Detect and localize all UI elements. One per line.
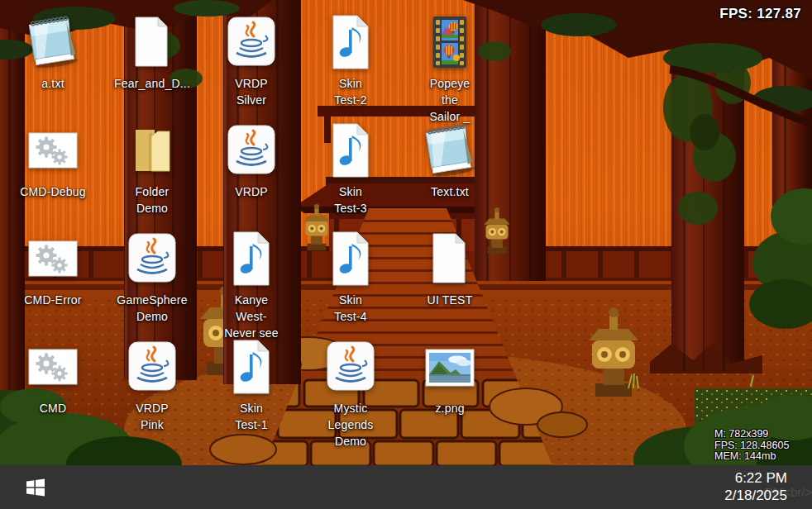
icon-label: CMD-Debug (5, 183, 101, 200)
java-icon (303, 336, 399, 397)
icon-label-line: Silver (203, 92, 299, 108)
start-button[interactable] (12, 465, 60, 509)
icon-label-line: Folder (104, 183, 200, 200)
icon-label: a.txt (5, 75, 101, 92)
icon-label-line: Mystic (303, 400, 399, 416)
desktop-icon-gamesphere-demo[interactable]: GameSphereDemo (104, 228, 200, 325)
desktop-icon-ui-test[interactable]: UI TEST (402, 228, 498, 308)
desktop-icon-skin-test-1[interactable]: SkinTest-1 (203, 336, 299, 433)
icon-label-line: the (402, 92, 498, 108)
icon-label: SkinTest-1 (203, 400, 299, 433)
clock-date: 2/18/2025 (724, 487, 787, 504)
java-icon (104, 336, 200, 397)
icon-label-line: VRDP (203, 75, 299, 92)
document-icon (104, 12, 200, 73)
icon-label: GameSphereDemo (104, 292, 200, 325)
debug-resolution: M: 782x399 (714, 429, 789, 440)
clock-time: 6:22 PM (724, 469, 787, 487)
desktop-icon-fear-and-d[interactable]: Fear_and_D... (104, 12, 200, 92)
icon-label: VRDP (203, 183, 299, 200)
desktop-icon-popeye-the-sailor[interactable]: PopeyetheSailor _ (402, 12, 498, 125)
java-icon (203, 120, 299, 181)
desktop-icon-text-txt[interactable]: Text.txt (402, 120, 498, 200)
desktop-icon-skin-test-3[interactable]: SkinTest-3 (303, 120, 399, 216)
icon-label-line: Test-1 (203, 416, 299, 433)
film-icon (402, 12, 498, 73)
icon-label: CMD-Error (5, 292, 101, 308)
desktop-icon-skin-test-2[interactable]: SkinTest-2 (303, 12, 399, 108)
icon-label: VRDPPink (104, 400, 200, 433)
icon-label-line: Text.txt (402, 183, 498, 200)
image-icon (402, 336, 498, 397)
icon-label: KanyeWest-Never see (203, 292, 299, 341)
icon-label-line: Test-3 (303, 200, 399, 216)
desktop-icon-z-png[interactable]: z.png (402, 336, 498, 416)
icon-label: UI TEST (402, 292, 498, 308)
icon-label-line: CMD (5, 400, 101, 416)
desktop-icon-folder-demo[interactable]: FolderDemo (104, 120, 200, 216)
icon-label-line: Test-2 (303, 92, 399, 108)
icon-label: PopeyetheSailor _ (402, 75, 498, 125)
icon-label: Text.txt (402, 183, 498, 200)
desktop-icon-mystic-legends-demo[interactable]: MysticLegendsDemo (303, 336, 399, 450)
icon-label: z.png (402, 400, 498, 416)
icon-label: VRDPSilver (203, 75, 299, 108)
music-icon (303, 120, 399, 181)
icon-label: FolderDemo (104, 183, 200, 216)
icon-label-line: Skin (303, 75, 399, 92)
icon-label: CMD (5, 400, 101, 416)
windows-logo-icon (26, 478, 45, 497)
debug-mem: MEM: 144mb (714, 451, 789, 463)
icon-label-line: Popeye (402, 75, 498, 92)
music-icon (303, 12, 399, 73)
icon-label-line: Demo (104, 200, 200, 216)
taskbar-clock[interactable]: 6:22 PM 2/18/2025 (724, 469, 787, 504)
icon-label-line: Demo (303, 433, 399, 450)
icon-label-line: Kanye (203, 292, 299, 308)
icon-label: SkinTest-3 (303, 183, 399, 216)
desktop-icon-vrdp[interactable]: VRDP (203, 120, 299, 200)
gears-icon (5, 120, 101, 181)
icon-label-line: Legends (303, 416, 399, 433)
desktop-icon-cmd-error[interactable]: CMD-Error (5, 228, 101, 308)
icon-label-line: a.txt (5, 75, 101, 92)
desktop-icon-vrdp-pink[interactable]: VRDPPink (104, 336, 200, 433)
gears-icon (5, 336, 101, 397)
icon-label: SkinTest-4 (303, 292, 399, 325)
fps-counter: FPS: 127.87 (719, 6, 801, 22)
icon-label-line: Pink (104, 416, 200, 433)
icon-label: MysticLegendsDemo (303, 400, 399, 450)
desktop-icon-kanye-west-never-see[interactable]: KanyeWest-Never see (203, 228, 299, 341)
icon-label-line: Fear_and_D... (104, 75, 200, 92)
desktop-icon-vrdp-silver[interactable]: VRDPSilver (203, 12, 299, 108)
desktop: FPS: 127.87 a.txt Fear_and_D... VRDPSilv (0, 0, 812, 465)
icon-label: Fear_and_D... (104, 75, 200, 92)
debug-fps: FPS: 128.48605 (714, 440, 789, 452)
icon-label-line: Demo (104, 308, 200, 325)
java-icon (104, 228, 200, 289)
icon-label-line: Test-4 (303, 308, 399, 325)
desktop-icon-skin-test-4[interactable]: SkinTest-4 (303, 228, 399, 325)
icon-label: SkinTest-2 (303, 75, 399, 108)
document-icon (402, 228, 498, 289)
debug-overlay: M: 782x399 FPS: 128.48605 MEM: 144mb (714, 429, 789, 463)
notepad-icon (5, 12, 101, 73)
icon-label-line: z.png (402, 400, 498, 416)
folder-icon (104, 120, 200, 181)
music-icon (303, 228, 399, 289)
desktop-icon-cmd[interactable]: CMD (5, 336, 101, 416)
taskbar: PM<br/>2/18/2 6:22 PM 2/18/2025 (0, 465, 812, 509)
icon-label-line: GameSphere (104, 292, 200, 308)
icon-label-line: West- (203, 308, 299, 325)
icon-label-line: Skin (303, 292, 399, 308)
icon-label-line: Skin (203, 400, 299, 416)
icon-label-line: VRDP (203, 183, 299, 200)
icon-label-line: CMD-Error (5, 292, 101, 308)
music-icon (203, 336, 299, 397)
desktop-icon-a-txt[interactable]: a.txt (5, 12, 101, 92)
icon-label-line: Skin (303, 183, 399, 200)
icon-label-line: CMD-Debug (5, 183, 101, 200)
notepad-icon (402, 120, 498, 181)
desktop-icon-cmd-debug[interactable]: CMD-Debug (5, 120, 101, 200)
gears-icon (5, 228, 101, 289)
